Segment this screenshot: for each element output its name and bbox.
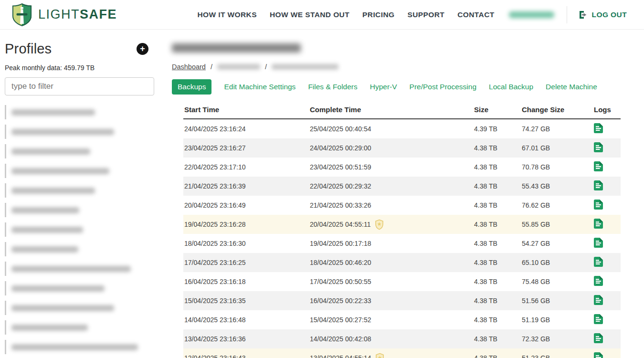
complete-time-text: 22/04/2025 00:29:32 bbox=[310, 182, 371, 190]
profile-list-item[interactable] bbox=[5, 144, 154, 158]
change-size-cell: 51.56 GB bbox=[521, 291, 593, 310]
breadcrumb: Dashboard / / bbox=[172, 63, 644, 71]
profiles-list bbox=[5, 105, 154, 354]
tab-backups[interactable]: Backups bbox=[172, 79, 211, 95]
view-log-icon[interactable] bbox=[594, 219, 603, 229]
view-log-icon[interactable] bbox=[594, 123, 603, 133]
size-cell: 4.38 TB bbox=[473, 196, 521, 215]
backup-row: 22/04/2025 23:17:10 23/04/2025 00:51:59 bbox=[183, 158, 621, 177]
nav-link-how-it-works[interactable]: HOW IT WORKS bbox=[197, 11, 256, 19]
backup-row: 23/04/2025 23:16:27 24/04/2025 00:29:00 bbox=[183, 138, 621, 158]
complete-time-text: 25/04/2025 00:40:54 bbox=[310, 125, 371, 133]
machine-tabs: Backups Edit Machine Settings Files & Fo… bbox=[172, 79, 644, 95]
backup-row: 20/04/2025 23:16:49 21/04/2025 00:33:26 bbox=[183, 196, 621, 215]
profile-name-redacted bbox=[11, 227, 83, 233]
profile-list-item[interactable] bbox=[5, 262, 154, 276]
profiles-sidebar: Profiles + Peak monthly data: 459.79 TB bbox=[0, 30, 165, 358]
archived-shield-icon bbox=[375, 219, 384, 230]
tab-delete-machine[interactable]: Delete Machine bbox=[546, 79, 597, 95]
brand-logo[interactable]: LIGHTSAFE bbox=[12, 3, 117, 26]
tab-local-backup[interactable]: Local Backup bbox=[489, 79, 533, 95]
profile-name-redacted bbox=[11, 325, 88, 331]
column-header-size: Size bbox=[473, 102, 521, 119]
complete-time-cell: 24/04/2025 00:29:00 bbox=[309, 138, 473, 158]
view-log-icon[interactable] bbox=[594, 333, 603, 343]
profile-list-item[interactable] bbox=[5, 125, 154, 139]
tab-pre-post-processing[interactable]: Pre/Post Processing bbox=[410, 79, 476, 95]
profile-list-item[interactable] bbox=[5, 183, 154, 198]
backups-table-header: Start Time Complete Time Size Change Siz… bbox=[183, 102, 621, 119]
change-size-cell: 67.01 GB bbox=[521, 138, 593, 158]
complete-time-text: 18/04/2025 00:46:20 bbox=[310, 259, 371, 266]
tab-edit-machine-settings[interactable]: Edit Machine Settings bbox=[224, 79, 296, 95]
profile-list-item[interactable] bbox=[5, 222, 154, 237]
tab-hyper-v[interactable]: Hyper-V bbox=[370, 79, 397, 95]
logs-cell bbox=[593, 329, 621, 348]
logout-label: LOG OUT bbox=[592, 11, 627, 19]
profile-list-item[interactable] bbox=[5, 281, 154, 295]
breadcrumb-machine-redacted bbox=[272, 64, 338, 70]
start-time-cell: 16/04/2025 23:16:18 bbox=[183, 272, 309, 291]
profile-list-item[interactable] bbox=[5, 301, 154, 315]
breadcrumb-profile-redacted[interactable] bbox=[217, 64, 260, 70]
nav-link-support[interactable]: SUPPORT bbox=[407, 11, 444, 19]
backups-table: Start Time Complete Time Size Change Siz… bbox=[183, 102, 621, 358]
complete-time-text: 20/04/2025 04:55:11 bbox=[310, 221, 370, 228]
profile-list-item[interactable] bbox=[5, 164, 154, 178]
change-size-cell: 54.27 GB bbox=[521, 234, 593, 253]
profile-filter-input[interactable] bbox=[5, 77, 154, 95]
view-log-icon[interactable] bbox=[594, 314, 603, 324]
complete-time-text: 16/04/2025 00:22:33 bbox=[310, 297, 371, 305]
start-time-cell: 14/04/2025 23:16:48 bbox=[183, 310, 309, 329]
profile-list-item[interactable] bbox=[5, 320, 154, 335]
view-log-icon[interactable] bbox=[594, 352, 603, 358]
view-log-icon[interactable] bbox=[594, 276, 603, 286]
profile-list-item[interactable] bbox=[5, 242, 154, 256]
logout-link[interactable]: LOG OUT bbox=[579, 10, 627, 20]
view-log-icon[interactable] bbox=[594, 161, 603, 171]
profile-list-item[interactable] bbox=[5, 105, 154, 119]
nav-link-pricing[interactable]: PRICING bbox=[362, 11, 394, 19]
complete-time-text: 24/04/2025 00:29:00 bbox=[310, 144, 371, 152]
view-log-icon[interactable] bbox=[594, 295, 603, 305]
view-log-icon[interactable] bbox=[594, 200, 603, 210]
profile-list-item[interactable] bbox=[5, 203, 154, 217]
view-log-icon[interactable] bbox=[594, 142, 603, 152]
start-time-cell: 21/04/2025 23:16:39 bbox=[183, 177, 309, 196]
logs-cell bbox=[593, 348, 621, 358]
logs-cell bbox=[593, 272, 621, 291]
breadcrumb-separator: / bbox=[211, 63, 212, 71]
view-log-icon[interactable] bbox=[594, 257, 603, 267]
username-redacted[interactable] bbox=[509, 11, 554, 18]
start-time-cell: 20/04/2025 23:16:49 bbox=[183, 196, 309, 215]
logout-exit-icon bbox=[579, 10, 588, 20]
logs-cell bbox=[593, 138, 621, 158]
nav-link-contact[interactable]: CONTACT bbox=[457, 11, 494, 19]
start-time-cell: 17/04/2025 23:16:25 bbox=[183, 253, 309, 272]
add-profile-button[interactable]: + bbox=[137, 43, 148, 55]
logs-cell bbox=[593, 234, 621, 253]
complete-time-cell: 15/04/2025 00:27:52 bbox=[309, 310, 473, 329]
change-size-cell: 70.78 GB bbox=[521, 158, 593, 177]
column-header-change-size: Change Size bbox=[521, 102, 593, 119]
size-cell: 4.38 TB bbox=[473, 177, 521, 196]
nav-link-how-we-stand-out[interactable]: HOW WE STAND OUT bbox=[270, 11, 349, 19]
complete-time-text: 15/04/2025 00:27:52 bbox=[310, 316, 371, 324]
profile-list-item[interactable] bbox=[5, 340, 154, 354]
peak-monthly-data: Peak monthly data: 459.79 TB bbox=[5, 64, 154, 72]
logs-cell bbox=[593, 158, 621, 177]
view-log-icon[interactable] bbox=[594, 180, 603, 190]
brand-name: LIGHTSAFE bbox=[38, 7, 117, 22]
view-log-icon[interactable] bbox=[594, 238, 603, 248]
machine-title-redacted bbox=[172, 43, 301, 53]
backup-row: 19/04/2025 23:16:28 20/04/2025 04:55:11 bbox=[183, 215, 621, 234]
profile-name-redacted bbox=[11, 148, 90, 155]
breadcrumb-dashboard-link[interactable]: Dashboard bbox=[172, 63, 206, 71]
profile-name-redacted bbox=[11, 109, 95, 116]
top-navbar: LIGHTSAFE HOW IT WORKS HOW WE STAND OUT … bbox=[0, 0, 644, 30]
profile-name-redacted bbox=[11, 285, 105, 292]
archived-shield-icon bbox=[375, 353, 384, 358]
tab-files-folders[interactable]: Files & Folders bbox=[308, 79, 357, 95]
logs-cell bbox=[593, 310, 621, 329]
complete-time-cell: 23/04/2025 00:51:59 bbox=[309, 158, 473, 177]
